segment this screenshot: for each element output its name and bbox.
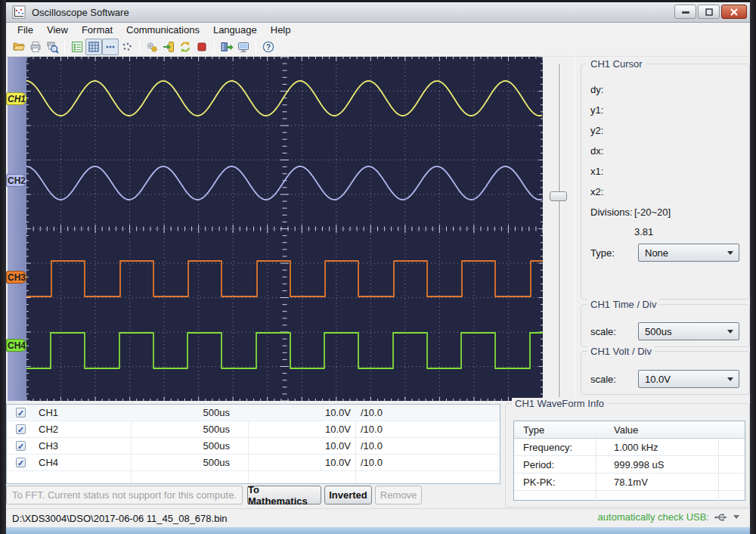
divisions-label: Divisions: xyxy=(590,206,633,218)
toolbar-separator xyxy=(64,40,65,54)
toolbar-separator xyxy=(256,40,256,54)
pkpk-label: PK-PK: xyxy=(523,477,556,488)
chevron-down-icon xyxy=(727,377,733,381)
cursor-y2-label: y2: xyxy=(590,125,603,136)
table-row-ch1[interactable]: ✓ CH1 500us 10.0V /10.0 xyxy=(7,405,500,421)
period-label: Period: xyxy=(523,459,554,470)
ch4-name: CH4 xyxy=(39,457,58,468)
points-display-icon[interactable] xyxy=(119,39,135,55)
status-bar: D:\XDS3004\DSO\2017-06-06 11_45_08_678.b… xyxy=(6,508,750,527)
table-row-ch4[interactable]: ✓ CH4 500us 10.0V /10.0 xyxy=(7,455,500,471)
stop-run-icon[interactable] xyxy=(194,39,210,55)
time-scale-value: 500us xyxy=(639,326,727,337)
remove-button[interactable]: Remove xyxy=(375,486,422,505)
ch4-volt: 10.0V xyxy=(249,457,351,468)
maximize-button[interactable] xyxy=(698,5,720,19)
settings-icon[interactable] xyxy=(144,39,160,55)
vertical-slider-track[interactable] xyxy=(559,64,561,397)
ch1-name: CH1 xyxy=(39,407,58,418)
cursor-x1-label: x1: xyxy=(590,166,603,177)
toolbar-separator xyxy=(214,40,215,54)
print-preview-icon[interactable] xyxy=(44,39,60,55)
menu-view[interactable]: View xyxy=(40,23,75,38)
ch3-visible-checkbox[interactable]: ✓ xyxy=(16,441,26,451)
print-icon[interactable] xyxy=(27,39,44,55)
cursor-x2-label: x2: xyxy=(590,186,603,197)
cursor-type-label: Type: xyxy=(590,247,615,259)
scope-plot[interactable] xyxy=(26,57,543,401)
app-icon xyxy=(12,5,26,19)
svg-text:?: ? xyxy=(266,43,271,51)
waveform-info-panel: CH1 WaveForm Info Type Value Frequency: … xyxy=(505,403,750,508)
channel-list-icon[interactable] xyxy=(69,39,85,55)
to-fft-button[interactable]: To FFT. Current status not support for t… xyxy=(6,486,243,505)
ch1-visible-checkbox[interactable]: ✓ xyxy=(16,408,26,418)
info-col-value: Value xyxy=(614,424,638,436)
to-mathematics-button[interactable]: To Mathematics xyxy=(247,486,321,505)
menu-help[interactable]: Help xyxy=(264,23,298,38)
channel-tag-ch2[interactable]: CH2 xyxy=(6,174,27,187)
window-frame-left xyxy=(0,0,6,534)
refresh-usb-icon[interactable] xyxy=(177,39,194,55)
help-icon[interactable]: ? xyxy=(260,39,277,55)
info-col-type: Type xyxy=(523,424,544,436)
vertical-slider-handle[interactable] xyxy=(550,191,567,201)
grid-display-icon[interactable] xyxy=(85,39,102,55)
open-file-icon[interactable] xyxy=(11,39,27,55)
menu-communications[interactable]: Communications xyxy=(119,23,206,38)
cursor-type-value: None xyxy=(639,247,727,259)
ch2-probe: /10.0 xyxy=(361,424,383,435)
ch1-volt: 10.0V xyxy=(249,407,351,418)
usb-dropdown-caret[interactable] xyxy=(733,515,739,519)
ch3-time: 500us xyxy=(132,440,230,452)
channel-tag-ch3[interactable]: CH3 xyxy=(6,271,27,284)
menu-file[interactable]: File xyxy=(11,23,40,38)
divisions-range: [-20~20] xyxy=(634,206,671,218)
ch2-time: 500us xyxy=(132,424,230,435)
inverted-button[interactable]: Inverted xyxy=(324,486,372,505)
usb-icon xyxy=(714,512,729,523)
menu-language[interactable]: Language xyxy=(206,23,264,38)
info-row-frequency: Frequency: 1.000 kHz xyxy=(514,439,745,456)
cursor-dx-label: dx: xyxy=(590,145,603,157)
waveform-info-title: CH1 WaveForm Info xyxy=(512,398,607,409)
info-header-row: Type Value xyxy=(514,421,745,439)
usb-check-label: automatically check USB: xyxy=(598,511,709,523)
volt-scale-label: scale: xyxy=(590,374,616,385)
channel-table: ✓ CH1 500us 10.0V /10.0 ✓ CH2 500us 10.0… xyxy=(6,404,500,484)
menu-bar: File View Format Communications Language… xyxy=(6,23,750,38)
ch2-visible-checkbox[interactable]: ✓ xyxy=(16,424,26,434)
ch1-probe: /10.0 xyxy=(361,407,383,418)
window-frame-bottom xyxy=(6,527,750,534)
window-title: Oscilloscope Software xyxy=(32,7,129,18)
table-row-ch2[interactable]: ✓ CH2 500us 10.0V /10.0 xyxy=(7,421,500,438)
import-data-icon[interactable] xyxy=(160,39,177,55)
ch4-probe: /10.0 xyxy=(361,457,383,468)
channel-tag-ch1[interactable]: CH1 xyxy=(6,92,27,105)
time-div-panel: CH1 Time / Div scale: 500us xyxy=(581,304,750,347)
ch4-visible-checkbox[interactable]: ✓ xyxy=(16,458,26,467)
menu-format[interactable]: Format xyxy=(75,23,119,38)
dots-display-icon[interactable] xyxy=(102,39,119,55)
ch2-name: CH2 xyxy=(39,424,58,435)
close-button[interactable] xyxy=(721,5,747,19)
device-display-icon[interactable] xyxy=(235,39,252,55)
pkpk-value: 78.1mV xyxy=(614,477,648,488)
cursor-panel: CH1 Cursor dy: y1: y2: dx: x1: x2: Divis… xyxy=(581,64,750,300)
cursor-y1-label: y1: xyxy=(590,104,603,116)
export-data-icon[interactable] xyxy=(218,39,235,55)
waveform-info-table: Type Value Frequency: 1.000 kHz Period: … xyxy=(513,421,745,501)
time-div-title: CH1 Time / Div xyxy=(587,299,659,310)
ch2-volt: 10.0V xyxy=(249,424,351,435)
minimize-button[interactable] xyxy=(674,5,696,19)
frequency-value: 1.000 kHz xyxy=(614,442,658,453)
time-scale-label: scale: xyxy=(590,326,616,337)
cursor-type-select[interactable]: None xyxy=(638,244,739,262)
panel-separator xyxy=(575,54,575,401)
app-window: Oscilloscope Software File View Format C… xyxy=(0,0,756,534)
volt-div-title: CH1 Volt / Div xyxy=(587,346,655,357)
table-row-ch3[interactable]: ✓ CH3 500us 10.0V /10.0 xyxy=(7,438,500,455)
volt-scale-select[interactable]: 10.0V xyxy=(638,370,739,388)
channel-tag-ch4[interactable]: CH4 xyxy=(6,339,27,352)
time-scale-select[interactable]: 500us xyxy=(638,322,739,340)
